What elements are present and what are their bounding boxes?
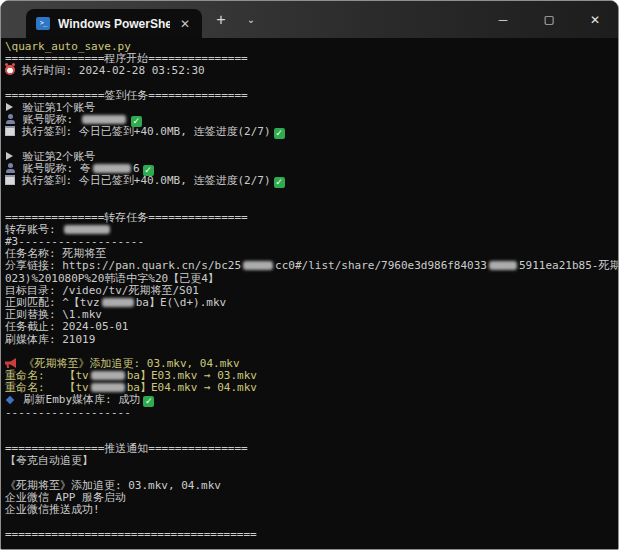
redacted-text (82, 115, 126, 124)
redacted-text (91, 383, 125, 392)
calendar-icon (5, 126, 15, 136)
terminal-text: 验证第1个账号 (16, 101, 95, 114)
new-tab-button[interactable]: + (207, 1, 235, 38)
megaphone-icon (5, 358, 16, 368)
terminal-text: ba】E03.mkv → 03.mkv (127, 369, 257, 382)
terminal-text: 5911ea21b85-死期将至(2 (519, 259, 618, 272)
check-icon: ✓ (131, 116, 142, 127)
tab-title: Windows PowerShell (58, 17, 170, 31)
terminal-text: 【夸克自动追更】 (5, 454, 93, 467)
window-controls: ─ ▢ ✕ (480, 1, 618, 38)
terminal-line: 验证第2个账号 (5, 151, 618, 163)
terminal-window: Windows PowerShell ✕ + ⌄ ─ ▢ ✕ \quark_au… (0, 0, 619, 550)
check-icon: ✓ (274, 128, 285, 139)
terminal-text: 正则匹配: ^【tvz (5, 296, 100, 309)
terminal-output[interactable]: \quark_auto_save.py===============程序开始==… (1, 38, 618, 549)
redacted-text (489, 261, 517, 270)
terminal-line: 【夸克自动追更】 (5, 455, 618, 467)
terminal-text: 账号昵称: 夸 (16, 162, 91, 175)
terminal-line: 《死期将至》添加追更: 03.mkv, 04.mkv (5, 358, 618, 370)
terminal-text: 6 (133, 162, 140, 175)
terminal-line: ===============推送通知=============== (5, 443, 618, 455)
terminal-text: ====================================== (5, 528, 257, 541)
terminal-line: 执行时间: 2024-02-28 03:52:30 (5, 65, 618, 77)
terminal-line: 任务截止: 2024-05-01 (5, 321, 618, 333)
terminal-line: 重命名: 【tvba】E03.mkv → 03.mkv (5, 370, 618, 382)
terminal-text: ------------------- (5, 406, 131, 419)
terminal-line: 执行签到: 今日已签到+40.0MB, 连签进度(2/7)✓ (5, 126, 618, 138)
person-icon (5, 163, 16, 173)
terminal-line (5, 419, 618, 431)
terminal-text: 《死期将至》添加追更: 03.mkv, 04.mkv (17, 357, 240, 370)
terminal-line: 验证第1个账号 (5, 102, 618, 114)
redacted-text (243, 261, 273, 270)
terminal-line: 刷媒体库: 21019 (5, 334, 618, 346)
terminal-text: #3------------------- (5, 235, 144, 248)
alarm-clock-icon (5, 65, 15, 75)
redacted-text (102, 298, 134, 307)
terminal-text: ===============推送通知=============== (5, 442, 248, 455)
terminal-text: ba】E04.mkv → 04.mkv (127, 381, 257, 394)
terminal-text: 分享链接: https://pan.quark.cn/s/bc25 (5, 259, 241, 272)
check-icon: ✓ (143, 396, 154, 407)
tab-dropdown-button[interactable]: ⌄ (239, 1, 263, 38)
person-icon (5, 114, 16, 124)
terminal-line: ===============签到任务=============== (5, 90, 618, 102)
terminal-text: 刷媒体库: 21019 (5, 333, 95, 346)
terminal-text: 账号昵称: (16, 113, 80, 126)
play-icon (6, 152, 13, 160)
tab-close-button[interactable]: ✕ (178, 17, 192, 31)
terminal-text: 重命名: 【tv (5, 381, 89, 394)
terminal-line: ====================================== (5, 529, 618, 541)
terminal-text: 企业微信推送成功! (5, 503, 100, 516)
terminal-text: 重命名: 【tv (5, 369, 89, 382)
powershell-icon (36, 17, 50, 30)
maximize-button[interactable]: ▢ (526, 1, 572, 38)
terminal-line (5, 139, 618, 151)
terminal-text: ===============转存任务=============== (5, 211, 248, 224)
terminal-text: 023)%201080P%20韩语中字%20【已更4】 (5, 272, 219, 285)
terminal-text: cc0#/list/share/7960e3d986f84033 (275, 259, 487, 272)
terminal-line: ===============转存任务=============== (5, 212, 618, 224)
title-bar: Windows PowerShell ✕ + ⌄ ─ ▢ ✕ (1, 1, 618, 38)
redacted-text (64, 225, 110, 234)
terminal-line: 企业微信推送成功! (5, 504, 618, 516)
tab-windows-powershell[interactable]: Windows PowerShell ✕ (26, 9, 202, 38)
terminal-text: \quark_auto_save.py (5, 40, 131, 53)
terminal-text: 执行签到: 今日已签到+40.0MB, 连签进度(2/7) (15, 174, 271, 187)
terminal-text: ===============签到任务=============== (5, 89, 248, 102)
redacted-text (91, 371, 125, 380)
terminal-text: 执行时间: 2024-02-28 03:52:30 (15, 64, 205, 77)
terminal-text: 执行签到: 今日已签到+40.0MB, 连签进度(2/7) (15, 125, 271, 138)
check-icon: ✓ (143, 165, 154, 176)
terminal-line (5, 187, 618, 199)
terminal-text: 任务名称: 死期将至 (5, 247, 106, 260)
minimize-button[interactable]: ─ (480, 1, 526, 38)
terminal-text: ===============程序开始=============== (5, 52, 248, 65)
terminal-line: 执行签到: 今日已签到+40.0MB, 连签进度(2/7)✓ (5, 175, 618, 187)
terminal-text: 刷新Emby媒体库: 成功 (17, 393, 140, 406)
close-button[interactable]: ✕ (572, 1, 618, 38)
terminal-text: 正则替换: \1.mkv (5, 308, 102, 321)
terminal-text: ba】E(\d+).mkv (136, 296, 226, 309)
calendar-icon (5, 175, 15, 185)
terminal-text: 转存账号: (5, 223, 62, 236)
blue-diamond-icon (6, 396, 14, 404)
terminal-text: 《死期将至》添加追更: 03.mkv, 04.mkv (5, 479, 221, 492)
play-icon (6, 103, 13, 111)
terminal-text: 任务截止: 2024-05-01 (5, 320, 128, 333)
terminal-text: 目标目录: /video/tv/死期将至/S01 (5, 284, 199, 297)
check-icon: ✓ (274, 177, 285, 188)
terminal-line: ------------------- (5, 407, 618, 419)
terminal-text: 验证第2个账号 (16, 150, 95, 163)
redacted-text (93, 164, 131, 173)
terminal-text: 企业微信 APP 服务启动 (5, 491, 126, 504)
